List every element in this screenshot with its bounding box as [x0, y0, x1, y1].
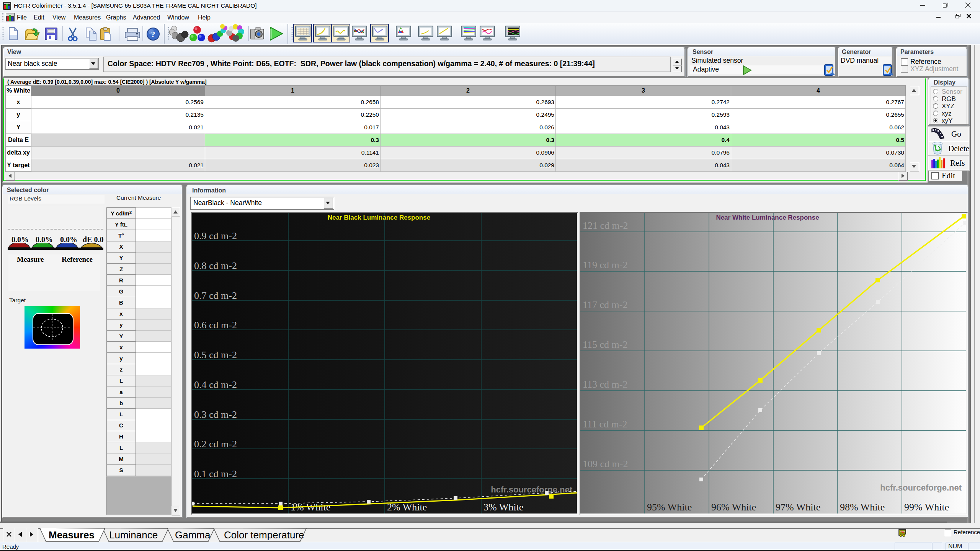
svg-text:97% White: 97% White — [776, 502, 820, 513]
svg-text:hcfr.sourceforge.net: hcfr.sourceforge.net — [491, 485, 572, 494]
svg-text:98% White: 98% White — [840, 502, 885, 513]
svg-text:0.9 cd m-2: 0.9 cd m-2 — [194, 230, 237, 241]
svg-text:95% White: 95% White — [647, 502, 692, 513]
svg-text:Near White Luminance Response: Near White Luminance Response — [716, 214, 819, 221]
svg-text:0.7 cd m-2: 0.7 cd m-2 — [194, 290, 237, 301]
svg-text:Luminance: Luminance — [109, 529, 158, 541]
svg-text:117 cd m-2: 117 cd m-2 — [583, 299, 627, 310]
svg-text:0.6 cd m-2: 0.6 cd m-2 — [194, 320, 237, 331]
svg-text:121 cd m-2: 121 cd m-2 — [583, 220, 628, 231]
svg-text:0.1 cd m-2: 0.1 cd m-2 — [194, 468, 237, 479]
svg-text:99% White: 99% White — [904, 502, 949, 513]
svg-text:hcfr.sourceforge.net: hcfr.sourceforge.net — [880, 483, 962, 492]
svg-text:3% White: 3% White — [483, 502, 523, 513]
svg-text:?: ? — [151, 29, 155, 39]
svg-text:0.4 cd m-2: 0.4 cd m-2 — [194, 379, 237, 390]
svg-text:111 cd m-2: 111 cd m-2 — [583, 419, 627, 430]
svg-text:113 cd m-2: 113 cd m-2 — [583, 379, 627, 390]
svg-text:119 cd m-2: 119 cd m-2 — [583, 259, 627, 271]
svg-text:Near Black Luminance Response: Near Black Luminance Response — [328, 214, 430, 221]
svg-text:109 cd m-2: 109 cd m-2 — [583, 458, 628, 469]
svg-text:0.8 cd m-2: 0.8 cd m-2 — [194, 260, 237, 271]
svg-text:0.3 cd m-2: 0.3 cd m-2 — [194, 409, 237, 420]
svg-text:0.2 cd m-2: 0.2 cd m-2 — [194, 439, 237, 450]
svg-text:Color temperature: Color temperature — [224, 529, 304, 541]
svg-text:115 cd m-2: 115 cd m-2 — [583, 339, 627, 350]
svg-text:Gamma: Gamma — [175, 529, 211, 541]
svg-text:Measures: Measures — [49, 529, 95, 541]
svg-text:0.5 cd m-2: 0.5 cd m-2 — [194, 349, 237, 360]
svg-text:96% White: 96% White — [711, 502, 756, 513]
